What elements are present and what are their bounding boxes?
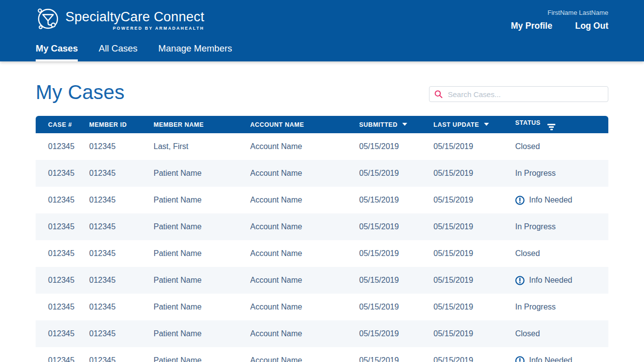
member-name-cell: Patient Name: [154, 267, 250, 294]
member-name-cell: Patient Name: [154, 213, 250, 240]
member-name-cell: Patient Name: [154, 240, 250, 267]
member-name-cell: Patient Name: [154, 320, 250, 347]
table-body: 012345 012345 Last, First Account Name 0…: [36, 133, 608, 362]
banner-top: SpecialtyCare Connect POWERED BY ARMADAH…: [0, 0, 644, 31]
table-row[interactable]: 012345 012345 Patient Name Account Name …: [36, 213, 608, 240]
main-content: My Cases CASE # MEMBER ID MEMBER NAME AC…: [0, 81, 644, 362]
filter-icon[interactable]: [547, 124, 555, 130]
sort-caret-icon[interactable]: [402, 123, 407, 126]
col-header-status[interactable]: STATUS: [515, 116, 608, 133]
info-needed-alert-icon: [515, 196, 525, 205]
case-number-cell: 012345: [36, 187, 89, 213]
case-number-cell: 012345: [36, 294, 89, 320]
case-number-cell: 012345: [36, 347, 89, 362]
app-header: SpecialtyCare Connect POWERED BY ARMADAH…: [0, 0, 644, 61]
table-row[interactable]: 012345 012345 Last, First Account Name 0…: [36, 133, 608, 160]
search-input[interactable]: [447, 90, 603, 99]
last-update-cell: 05/15/2019: [433, 213, 515, 240]
info-needed-alert-icon: [515, 356, 525, 362]
my-profile-link[interactable]: My Profile: [511, 21, 552, 31]
table-row[interactable]: 012345 012345 Patient Name Account Name …: [36, 240, 608, 267]
account-name-cell: Account Name: [250, 240, 359, 267]
sort-caret-icon[interactable]: [484, 123, 489, 126]
status-cell: Info Needed: [515, 187, 608, 213]
col-header-last-update[interactable]: LAST UPDATE: [433, 116, 515, 133]
user-links: My Profile Log Out: [511, 21, 608, 31]
member-id-cell: 012345: [89, 320, 154, 347]
search-box[interactable]: [429, 86, 608, 102]
status-cell: Closed: [515, 320, 608, 347]
col-header-account-name: ACCOUNT NAME: [250, 116, 359, 133]
status-cell: In Progress: [515, 294, 608, 320]
member-name-cell: Patient Name: [154, 294, 250, 320]
page-title: My Cases: [36, 81, 124, 103]
last-update-cell: 05/15/2019: [433, 267, 515, 294]
brand-text: SpecialtyCare Connect POWERED BY ARMADAH…: [65, 6, 204, 31]
table-header: CASE # MEMBER ID MEMBER NAME ACCOUNT NAM…: [36, 116, 608, 133]
log-out-link[interactable]: Log Out: [575, 21, 608, 31]
last-update-cell: 05/15/2019: [433, 133, 515, 160]
col-header-member-name: MEMBER NAME: [154, 116, 250, 133]
table-row[interactable]: 012345 012345 Patient Name Account Name …: [36, 347, 608, 362]
submitted-cell: 05/15/2019: [359, 347, 433, 362]
member-id-cell: 012345: [89, 294, 154, 320]
tab-manage-members[interactable]: Manage Members: [159, 43, 232, 61]
submitted-cell: 05/15/2019: [359, 213, 433, 240]
status-cell: Closed: [515, 240, 608, 267]
case-number-cell: 012345: [36, 133, 89, 160]
brand-tagline: POWERED BY ARMADAHEALTH: [65, 26, 204, 31]
submitted-cell: 05/15/2019: [359, 133, 433, 160]
status-cell: Info Needed: [515, 267, 608, 294]
member-name-cell: Last, First: [154, 133, 250, 160]
member-id-cell: 012345: [89, 133, 154, 160]
table-row[interactable]: 012345 012345 Patient Name Account Name …: [36, 320, 608, 347]
tab-all-cases[interactable]: All Cases: [99, 43, 137, 61]
last-update-cell: 05/15/2019: [433, 294, 515, 320]
submitted-cell: 05/15/2019: [359, 294, 433, 320]
submitted-cell: 05/15/2019: [359, 320, 433, 347]
case-number-cell: 012345: [36, 267, 89, 294]
case-number-cell: 012345: [36, 240, 89, 267]
member-id-cell: 012345: [89, 187, 154, 213]
brand-logo[interactable]: SpecialtyCare Connect POWERED BY ARMADAH…: [36, 6, 204, 31]
last-update-cell: 05/15/2019: [433, 347, 515, 362]
submitted-cell: 05/15/2019: [359, 160, 433, 187]
col-header-member-id: MEMBER ID: [89, 116, 154, 133]
account-name-cell: Account Name: [250, 347, 359, 362]
user-name: FirstName LastName: [511, 9, 608, 16]
account-name-cell: Account Name: [250, 320, 359, 347]
table-row[interactable]: 012345 012345 Patient Name Account Name …: [36, 267, 608, 294]
search-icon: [434, 90, 442, 98]
user-area: FirstName LastName My Profile Log Out: [511, 6, 608, 31]
last-update-cell: 05/15/2019: [433, 187, 515, 213]
info-needed-alert-icon: [515, 276, 525, 285]
status-cell: In Progress: [515, 160, 608, 187]
col-header-submitted[interactable]: SUBMITTED: [359, 116, 433, 133]
status-cell: Info Needed: [515, 347, 608, 362]
member-id-cell: 012345: [89, 213, 154, 240]
main-nav: My Cases All Cases Manage Members: [36, 43, 232, 61]
status-cell: Closed: [515, 133, 608, 160]
case-number-cell: 012345: [36, 213, 89, 240]
tab-my-cases[interactable]: My Cases: [36, 43, 78, 61]
member-id-cell: 012345: [89, 347, 154, 362]
member-id-cell: 012345: [89, 240, 154, 267]
col-header-case-number: CASE #: [36, 116, 89, 133]
submitted-cell: 05/15/2019: [359, 267, 433, 294]
page-head: My Cases: [36, 81, 608, 103]
member-name-cell: Patient Name: [154, 160, 250, 187]
account-name-cell: Account Name: [250, 267, 359, 294]
account-name-cell: Account Name: [250, 213, 359, 240]
table-row[interactable]: 012345 012345 Patient Name Account Name …: [36, 294, 608, 320]
account-name-cell: Account Name: [250, 133, 359, 160]
table-row[interactable]: 012345 012345 Patient Name Account Name …: [36, 187, 608, 213]
member-name-cell: Patient Name: [154, 187, 250, 213]
last-update-cell: 05/15/2019: [433, 320, 515, 347]
case-number-cell: 012345: [36, 160, 89, 187]
brand-name: SpecialtyCare Connect: [65, 10, 204, 24]
table-row[interactable]: 012345 012345 Patient Name Account Name …: [36, 160, 608, 187]
member-id-cell: 012345: [89, 267, 154, 294]
status-cell: In Progress: [515, 213, 608, 240]
last-update-cell: 05/15/2019: [433, 160, 515, 187]
account-name-cell: Account Name: [250, 160, 359, 187]
